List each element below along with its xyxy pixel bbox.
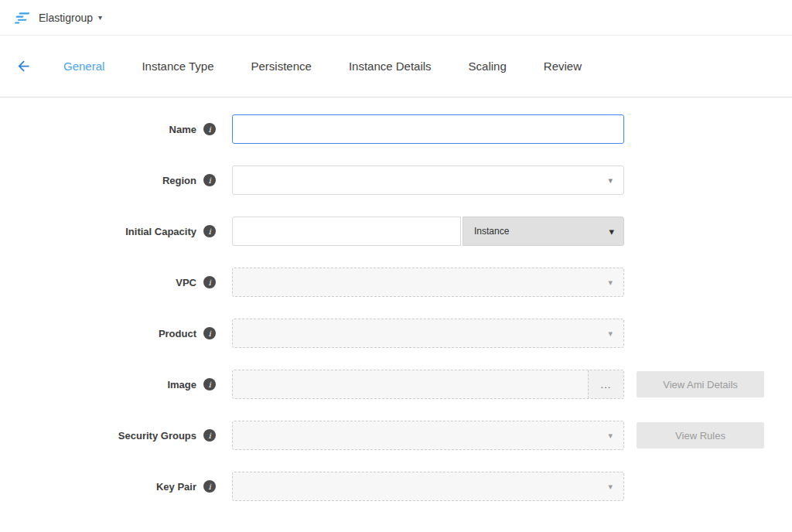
chevron-down-icon: ▾ [608,431,613,440]
form-row-key-pair: Key Pair i ▾ [0,472,792,501]
tab-review[interactable]: Review [544,60,582,73]
initial-capacity-input[interactable] [232,217,461,246]
chevron-down-icon: ▾ [608,483,613,491]
form-row-region: Region i ▾ [0,165,792,195]
security-groups-select: ▾ [232,421,624,450]
elastigroup-logo-icon [14,12,31,24]
tab-instance-type[interactable]: Instance Type [142,60,213,73]
product-label: Product [159,328,196,339]
security-groups-label: Security Groups [118,430,196,442]
product-switcher[interactable]: Elastigroup ▾ [14,12,102,24]
name-label: Name [169,124,196,135]
tab-persistence[interactable]: Persistence [251,60,312,73]
form-row-name: Name i [0,114,792,144]
form-row-initial-capacity: Initial Capacity i Instance ▾ [0,217,792,246]
chevron-down-icon: ▾ [608,176,613,185]
general-form: Name i Region i ▾ Initial Capacity i Ins… [0,97,792,501]
key-pair-label: Key Pair [156,481,196,493]
form-row-image: Image i ... View Ami Details [0,370,792,399]
wizard-tab-bar: General Instance Type Persistence Instan… [0,36,792,97]
chevron-down-icon: ▾ [609,227,614,237]
vpc-label: VPC [176,277,196,288]
info-icon[interactable]: i [203,429,216,442]
image-input: ... [232,370,624,399]
info-icon[interactable]: i [203,123,216,135]
back-arrow-icon[interactable] [15,57,34,76]
form-row-security-groups: Security Groups i ▾ View Rules [0,421,792,450]
initial-capacity-label: Initial Capacity [125,226,196,237]
info-icon[interactable]: i [203,378,216,390]
chevron-down-icon: ▾ [608,329,613,338]
info-icon[interactable]: i [203,225,216,237]
capacity-unit-select[interactable]: Instance ▾ [463,217,624,246]
view-rules-button[interactable]: View Rules [637,422,764,448]
info-icon[interactable]: i [203,174,216,186]
form-row-product: Product i ▾ [0,319,792,348]
top-bar: Elastigroup ▾ [0,0,792,36]
tab-instance-details[interactable]: Instance Details [349,60,432,73]
info-icon[interactable]: i [203,327,216,339]
form-row-vpc: VPC i ▾ [0,268,792,297]
brand-label: Elastigroup [39,12,93,24]
info-icon[interactable]: i [203,276,216,288]
vpc-select: ▾ [232,268,624,297]
image-browse-button[interactable]: ... [588,370,623,398]
tab-general[interactable]: General [63,60,104,73]
product-select: ▾ [232,319,624,348]
region-label: Region [162,175,196,186]
region-select[interactable]: ▾ [232,165,624,195]
view-ami-details-button[interactable]: View Ami Details [637,371,764,397]
brand-caret-icon: ▾ [98,14,102,22]
image-label: Image [167,379,196,390]
tab-scaling[interactable]: Scaling [469,60,507,73]
image-input-value [233,370,588,398]
info-icon[interactable]: i [203,480,216,493]
capacity-unit-value: Instance [474,226,509,237]
key-pair-select: ▾ [232,472,624,501]
name-input[interactable] [232,114,624,144]
chevron-down-icon: ▾ [608,278,613,287]
